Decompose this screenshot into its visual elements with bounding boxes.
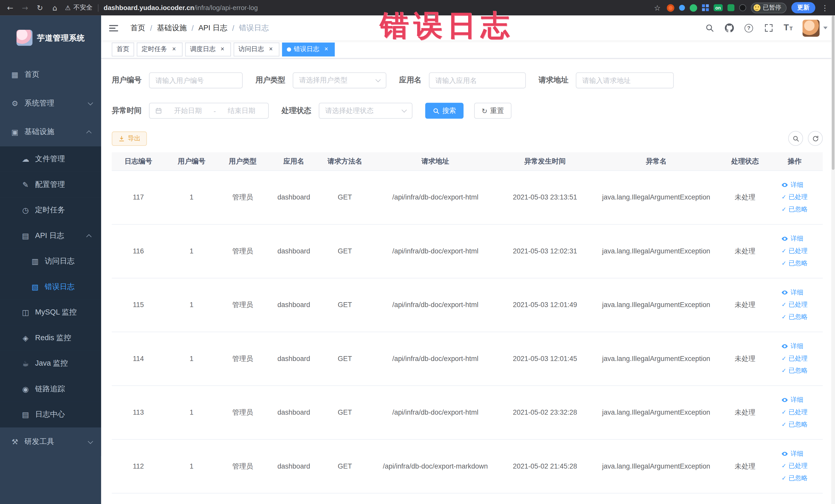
extension-icon[interactable] (679, 5, 685, 11)
extension-icon[interactable] (667, 4, 674, 12)
cell-exception-name: java.lang.IllegalArgumentException (589, 332, 724, 385)
mark-processed-link[interactable]: ✓ 已处理 (781, 462, 808, 471)
chevron-down-icon (88, 100, 93, 105)
extension-icon[interactable] (727, 4, 734, 11)
browser-menu-icon[interactable]: ⋮ (820, 3, 830, 12)
detail-link[interactable]: 详细 (781, 342, 803, 351)
cell-actions: 详细 ✓ 已处理 ✓ 已忽略 (767, 170, 823, 224)
scrollbar-thumb[interactable] (832, 15, 834, 170)
cell-process-status: 未处理 (724, 439, 767, 493)
mark-processed-link[interactable]: ✓ 已处理 (781, 354, 808, 363)
breadcrumb-item[interactable]: 基础设施 (157, 23, 187, 33)
detail-link[interactable]: 详细 (781, 234, 803, 243)
extension-icon[interactable]: on (714, 4, 722, 11)
fullscreen-icon[interactable] (763, 23, 774, 33)
error-log-table: 日志编号 用户编号 用户类型 应用名 请求方法名 请求地址 异常发生时间 异常名… (111, 152, 823, 493)
sidebar-item-api-log[interactable]: ▤ API 日志 (0, 223, 101, 249)
sidebar-collapse-button[interactable] (101, 15, 126, 40)
breadcrumb-item[interactable]: API 日志 (199, 23, 227, 33)
cell-exception-time: 2021-05-02 21:45:28 (501, 439, 589, 493)
bookmark-star-icon[interactable]: ☆ (652, 3, 662, 12)
mark-ignored-link[interactable]: ✓ 已忽略 (781, 205, 808, 214)
github-icon[interactable] (724, 23, 734, 33)
close-icon[interactable]: × (322, 45, 330, 53)
search-button[interactable]: 搜索 (425, 103, 464, 119)
tab-home[interactable]: 首页 (111, 42, 134, 56)
extension-icon[interactable] (702, 4, 709, 11)
mark-processed-link[interactable]: ✓ 已处理 (781, 408, 808, 417)
tab-error-log[interactable]: 错误日志 × (282, 42, 335, 56)
request-url-input[interactable] (576, 73, 674, 88)
close-icon[interactable]: × (267, 45, 274, 53)
mark-processed-link[interactable]: ✓ 已处理 (781, 246, 808, 256)
search-toggle-button[interactable] (788, 131, 803, 146)
sidebar-item-error-log[interactable]: ▧ 错误日志 (0, 274, 101, 300)
forward-icon[interactable]: → (20, 3, 30, 12)
mark-ignored-link[interactable]: ✓ 已忽略 (781, 259, 808, 268)
breadcrumb: 首页 / 基础设施 / API 日志 / 错误日志 (130, 23, 269, 33)
sidebar-item-infrastructure[interactable]: ▣ 基础设施 (0, 118, 101, 146)
mark-ignored-link[interactable]: ✓ 已忽略 (781, 420, 808, 429)
page-scrollbar[interactable] (831, 15, 835, 504)
sidebar-item-home[interactable]: ▦ 首页 (0, 60, 101, 89)
logo[interactable]: 芋道管理系统 (0, 15, 101, 60)
sidebar-item-scheduled-jobs[interactable]: ◷ 定时任务 (0, 198, 101, 223)
app-name-input[interactable] (429, 73, 526, 88)
user-id-input[interactable] (149, 73, 243, 88)
refresh-button[interactable] (808, 131, 823, 146)
cell-method: GET (320, 439, 369, 493)
processed-label: 已处理 (789, 408, 808, 417)
mark-processed-link[interactable]: ✓ 已处理 (781, 193, 808, 202)
sidebar-item-mysql-monitor[interactable]: ◫ MySQL 监控 (0, 300, 101, 325)
browser-home-icon[interactable]: ⌂ (50, 3, 60, 12)
detail-link[interactable]: 详细 (781, 396, 803, 404)
mark-processed-link[interactable]: ✓ 已处理 (781, 300, 808, 309)
access-log-icon: ▥ (31, 258, 39, 265)
export-button[interactable]: 导出 (111, 131, 147, 146)
detail-label: 详细 (791, 181, 803, 189)
close-icon[interactable]: × (219, 45, 226, 53)
sidebar-item-label: 系统管理 (24, 99, 54, 108)
tab-access-log[interactable]: 访问日志 × (233, 42, 279, 56)
sidebar-item-file-management[interactable]: ☁ 文件管理 (0, 146, 101, 172)
site-security-chip[interactable]: ⚠ 不安全 (65, 3, 93, 12)
address-bar[interactable]: dashboard.yudao.iocoder.cn/infra/log/api… (104, 4, 258, 12)
mark-ignored-link[interactable]: ✓ 已忽略 (781, 474, 808, 483)
sidebar-item-access-log[interactable]: ▥ 访问日志 (0, 248, 101, 274)
detail-link[interactable]: 详细 (781, 181, 803, 189)
font-size-icon[interactable]: TT (783, 23, 793, 33)
detail-link[interactable]: 详细 (781, 288, 803, 297)
sidebar-item-java-monitor[interactable]: ☕ Java 监控 (0, 351, 101, 377)
tab-scheduled-jobs[interactable]: 定时任务 × (137, 42, 183, 56)
close-icon[interactable]: × (170, 45, 178, 53)
sidebar-item-system-management[interactable]: ⚙ 系统管理 (0, 89, 101, 118)
sidebar-item-trace[interactable]: ◉ 链路追踪 (0, 377, 101, 402)
extension-icon[interactable] (739, 4, 746, 11)
back-icon[interactable]: ← (5, 3, 15, 12)
mark-ignored-link[interactable]: ✓ 已忽略 (781, 366, 808, 375)
tab-schedule-log[interactable]: 调度日志 × (185, 42, 231, 56)
log-icon: ▤ (21, 411, 30, 419)
detail-link[interactable]: 详细 (781, 449, 803, 458)
reload-icon[interactable]: ↻ (35, 3, 45, 12)
sidebar-item-log-center[interactable]: ▤ 日志中心 (0, 402, 101, 427)
extension-icon[interactable] (690, 4, 697, 12)
sidebar: 芋道管理系统 ▦ 首页 ⚙ 系统管理 ▣ 基础设施 ☁ (0, 15, 101, 504)
user-type-select[interactable]: 请选择用户类型 (292, 73, 386, 88)
help-icon[interactable]: ? (744, 23, 754, 33)
breadcrumb-item[interactable]: 首页 (130, 23, 145, 33)
sidebar-item-devtools[interactable]: ⚒ 研发工具 (0, 427, 101, 456)
mark-ignored-link[interactable]: ✓ 已忽略 (781, 313, 808, 321)
reset-button[interactable]: ↻ 重置 (474, 103, 511, 119)
cell-exception-name: java.lang.IllegalArgumentException (589, 385, 724, 439)
cell-process-status: 未处理 (724, 170, 767, 224)
search-icon[interactable] (704, 23, 715, 33)
process-status-select[interactable]: 请选择处理状态 (319, 103, 412, 119)
exception-time-range-picker[interactable]: 开始日期 - 结束日期 (149, 103, 269, 119)
sidebar-item-redis-monitor[interactable]: ◈ Redis 监控 (0, 325, 101, 351)
browser-update-button[interactable]: 更新 (791, 2, 815, 13)
sidebar-item-config-management[interactable]: ✎ 配置管理 (0, 172, 101, 198)
date-separator: - (213, 107, 216, 115)
extension-paused-badge[interactable]: 已暂停 (751, 2, 787, 13)
user-menu[interactable] (803, 20, 828, 37)
